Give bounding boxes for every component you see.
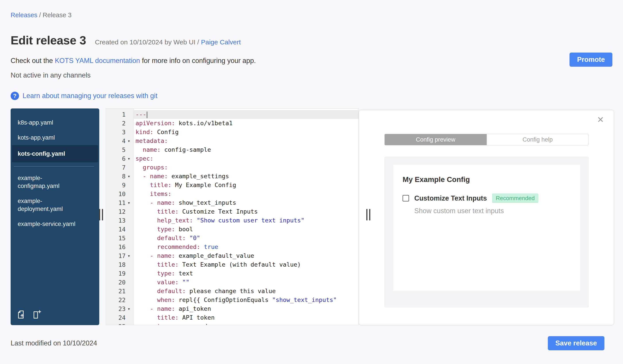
code-line[interactable]: value: "" — [134, 278, 358, 287]
line-number: 19 — [118, 270, 126, 277]
page: Releases/Release 3 Edit release 3 Create… — [0, 0, 623, 364]
config-option-description: Show custom user text inputs — [414, 207, 571, 215]
learn-row: ? Learn about managing your releases wit… — [11, 92, 612, 100]
code-line[interactable]: - name: api_token — [134, 304, 358, 313]
code-line[interactable]: apiVersion: kots.io/v1beta1 — [134, 119, 358, 128]
code-line[interactable]: when: repl{{ ConfigOptionEquals "show_te… — [134, 296, 358, 304]
file-tree-item[interactable]: k8s-app.yaml — [12, 115, 98, 130]
line-number: 12 — [118, 208, 126, 215]
channel-status: Not active in any channels — [11, 71, 612, 79]
line-number: 7 — [122, 164, 126, 171]
sidebar-resize-handle[interactable] — [99, 209, 103, 221]
code-line[interactable]: default: please change this value — [134, 287, 358, 296]
code-line[interactable]: - name: example_default_value — [134, 251, 358, 260]
breadcrumb-releases-link[interactable]: Releases — [11, 12, 37, 19]
file-tree-item[interactable]: kots-app.yaml — [12, 130, 98, 145]
code-line[interactable]: groups: — [134, 163, 358, 172]
preview-resize-handle[interactable] — [366, 209, 370, 221]
code-line[interactable]: title: Text Example (with default value) — [134, 260, 358, 269]
code-line[interactable]: kind: Config — [134, 128, 358, 137]
file-tree-item[interactable]: example- deployment.yaml — [12, 194, 98, 217]
fold-arrow-icon[interactable]: ▾ — [126, 306, 132, 311]
yaml-editor[interactable]: 1234▾56▾78▾91011▾121314151617▾1819202122… — [106, 108, 359, 325]
editor-gutter: 1234▾56▾78▾91011▾121314151617▾1819202122… — [106, 109, 134, 325]
line-number: 17 — [118, 252, 126, 259]
code-line[interactable]: type: text — [134, 269, 358, 278]
line-number: 10 — [118, 191, 126, 198]
breadcrumb-current: Release 3 — [43, 12, 72, 19]
created-author-link[interactable]: Paige Calvert — [201, 39, 241, 46]
code-line[interactable]: title: My Example Config — [134, 181, 358, 189]
code-line[interactable]: default: "0" — [134, 234, 358, 243]
line-number: 8 — [122, 173, 126, 180]
line-number: 13 — [118, 217, 126, 224]
line-number: 6 — [122, 155, 126, 162]
fold-arrow-icon[interactable]: ▾ — [126, 200, 132, 205]
close-icon[interactable]: ✕ — [596, 115, 605, 124]
doc-text-before: Check out the — [11, 57, 55, 64]
line-number: 3 — [122, 129, 126, 136]
code-line[interactable]: help_text: "Show custom user text inputs… — [134, 216, 358, 225]
fold-arrow-icon[interactable]: ▾ — [126, 138, 132, 143]
doc-text-after: for more info on configuring your app. — [140, 57, 256, 64]
page-title: Edit release 3 — [11, 33, 86, 47]
fold-arrow-icon[interactable]: ▾ — [126, 174, 132, 179]
footer: Last modified on 10/10/2024 Save release — [11, 336, 612, 350]
git-releases-link[interactable]: Learn about managing your releases with … — [22, 92, 157, 100]
line-number: 25 — [118, 323, 126, 325]
code-line[interactable]: --- — [134, 110, 358, 119]
save-release-button[interactable]: Save release — [548, 336, 604, 350]
editor-code[interactable]: ---apiVersion: kots.io/v1beta1kind: Conf… — [134, 109, 358, 325]
code-line[interactable]: type: password — [134, 322, 358, 325]
file-tree-divider — [14, 166, 94, 166]
code-line[interactable]: recommended: true — [134, 243, 358, 251]
import-file-icon[interactable] — [17, 310, 26, 320]
line-number: 2 — [122, 120, 126, 127]
config-group-title: My Example Config — [402, 175, 571, 184]
line-number: 1 — [122, 111, 126, 118]
file-tree: k8s-app.yamlkots-app.yamlkots-config.yam… — [11, 108, 99, 325]
sidebar-icons — [17, 310, 42, 320]
resize-bar — [102, 209, 103, 221]
help-question-icon: ? — [11, 92, 19, 100]
created-line: Created on 10/10/2024 by Web UI / Paige … — [95, 39, 241, 46]
file-tree-item[interactable]: example- configmap.yaml — [12, 170, 98, 194]
new-file-icon[interactable] — [32, 310, 42, 320]
line-number: 4 — [122, 138, 126, 144]
code-line[interactable]: title: Customize Text Inputs — [134, 207, 358, 216]
kots-yaml-doc-link[interactable]: KOTS YAML documentation — [55, 57, 140, 64]
config-card: My Example Config Customize Text Inputs … — [393, 165, 580, 291]
file-tree-item[interactable]: kots-config.yaml — [12, 145, 98, 162]
code-line[interactable]: - name: example_settings — [134, 172, 358, 181]
breadcrumb: Releases/Release 3 — [11, 0, 612, 19]
line-number: 15 — [118, 235, 126, 242]
code-line[interactable]: type: bool — [134, 225, 358, 234]
fold-arrow-icon[interactable]: ▾ — [126, 253, 132, 258]
line-number: 14 — [118, 226, 126, 233]
fold-arrow-icon[interactable]: ▾ — [126, 156, 132, 161]
code-line[interactable]: items: — [134, 189, 358, 198]
last-modified-text: Last modified on 10/10/2024 — [11, 339, 97, 347]
code-line[interactable]: metadata: — [134, 137, 358, 145]
workspace: k8s-app.yamlkots-app.yamlkots-config.yam… — [11, 108, 612, 325]
doc-line: Check out the KOTS YAML documentation fo… — [11, 57, 612, 65]
code-line[interactable]: - name: show_text_inputs — [134, 198, 358, 207]
tab-config-preview[interactable]: Config preview — [385, 134, 487, 145]
code-line[interactable]: spec: — [134, 154, 358, 163]
line-number: 21 — [118, 288, 126, 295]
code-line[interactable]: name: config-sample — [134, 145, 358, 154]
line-number: 24 — [118, 314, 126, 321]
title-row: Edit release 3 Created on 10/10/2024 by … — [11, 33, 612, 47]
config-option-row: Customize Text Inputs Recommended — [402, 194, 571, 203]
preview-tabs: Config previewConfig help — [384, 134, 589, 145]
file-tree-item[interactable]: example-service.yaml — [12, 217, 98, 231]
line-number: 23 — [118, 305, 126, 312]
line-number: 20 — [118, 279, 126, 286]
resize-bar — [369, 209, 370, 221]
tab-config-help[interactable]: Config help — [487, 134, 589, 145]
customize-text-inputs-checkbox[interactable] — [402, 195, 409, 202]
line-number: 18 — [118, 261, 126, 268]
code-line[interactable]: title: API token — [134, 313, 358, 322]
line-number: 22 — [118, 297, 126, 303]
promote-button[interactable]: Promote — [570, 53, 612, 67]
